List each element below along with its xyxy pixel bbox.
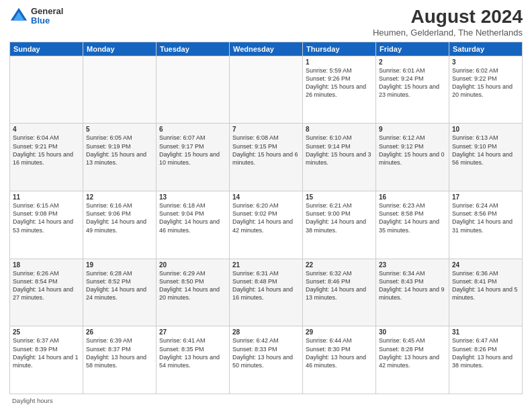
sunset-text: Sunset: 9:14 PM [306, 143, 351, 150]
day-number: 18 [13, 261, 80, 269]
calendar-cell: 17Sunrise: 6:24 AMSunset: 8:56 PMDayligh… [449, 191, 523, 259]
day-number: 12 [86, 193, 153, 201]
header: General Blue August 2024 Heumen, Gelderl… [9, 7, 523, 38]
cell-content: Sunrise: 5:59 AMSunset: 9:26 PMDaylight:… [306, 66, 373, 99]
day-number: 1 [306, 58, 373, 66]
title-block: August 2024 Heumen, Gelderland, The Neth… [373, 7, 523, 38]
daylight-text: Daylight: 14 hours and 35 minutes. [379, 218, 439, 233]
day-number: 13 [159, 193, 226, 201]
cell-content: Sunrise: 6:39 AMSunset: 8:37 PMDaylight:… [86, 336, 153, 369]
cell-content: Sunrise: 6:21 AMSunset: 9:00 PMDaylight:… [306, 201, 373, 234]
daylight-text: Daylight: 14 hours and 20 minutes. [159, 286, 220, 301]
daylight-text: Daylight: 13 hours and 54 minutes. [159, 354, 220, 369]
cell-content: Sunrise: 6:36 AMSunset: 8:41 PMDaylight:… [452, 269, 519, 302]
cell-content: Sunrise: 6:47 AMSunset: 8:26 PMDaylight:… [452, 336, 519, 369]
sunset-text: Sunset: 9:08 PM [13, 210, 58, 217]
sunset-text: Sunset: 8:54 PM [13, 278, 58, 285]
calendar-cell: 30Sunrise: 6:45 AMSunset: 8:28 PMDayligh… [376, 326, 449, 394]
sunset-text: Sunset: 9:12 PM [379, 143, 424, 150]
sunset-text: Sunset: 8:39 PM [13, 346, 58, 353]
sunrise-text: Sunrise: 6:26 AM [13, 270, 59, 277]
calendar-cell: 27Sunrise: 6:41 AMSunset: 8:35 PMDayligh… [157, 326, 230, 394]
day-header-saturday: Saturday [449, 42, 523, 56]
daylight-text: Daylight: 13 hours and 58 minutes. [86, 354, 146, 369]
sunrise-text: Sunrise: 6:36 AM [452, 270, 498, 277]
daylight-text: Daylight: 14 hours and 1 minute. [13, 354, 79, 369]
calendar-cell: 26Sunrise: 6:39 AMSunset: 8:37 PMDayligh… [83, 326, 157, 394]
sunrise-text: Sunrise: 6:47 AM [452, 337, 498, 344]
cell-content: Sunrise: 6:15 AMSunset: 9:08 PMDaylight:… [13, 201, 80, 234]
calendar-cell [10, 56, 83, 124]
sunset-text: Sunset: 8:50 PM [159, 278, 204, 285]
day-header-friday: Friday [376, 42, 449, 56]
logo: General Blue [9, 7, 63, 26]
calendar-cell: 2Sunrise: 6:01 AMSunset: 9:24 PMDaylight… [376, 56, 449, 124]
cell-content: Sunrise: 6:13 AMSunset: 9:10 PMDaylight:… [452, 134, 519, 167]
calendar-cell: 14Sunrise: 6:20 AMSunset: 9:02 PMDayligh… [230, 191, 303, 259]
calendar-cell: 23Sunrise: 6:34 AMSunset: 8:43 PMDayligh… [376, 259, 449, 326]
sunset-text: Sunset: 8:41 PM [452, 278, 497, 285]
calendar-cell: 12Sunrise: 6:16 AMSunset: 9:06 PMDayligh… [83, 191, 157, 259]
calendar-table: SundayMondayTuesdayWednesdayThursdayFrid… [9, 42, 523, 394]
cell-content: Sunrise: 6:12 AMSunset: 9:12 PMDaylight:… [379, 134, 446, 167]
sunset-text: Sunset: 8:33 PM [232, 346, 277, 353]
calendar-cell: 29Sunrise: 6:44 AMSunset: 8:30 PMDayligh… [303, 326, 376, 394]
sunrise-text: Sunrise: 6:39 AM [86, 337, 132, 344]
day-number: 4 [13, 126, 80, 133]
calendar-cell: 6Sunrise: 6:07 AMSunset: 9:17 PMDaylight… [157, 124, 230, 191]
daylight-text: Daylight: 14 hours and 46 minutes. [159, 218, 220, 233]
day-header-wednesday: Wednesday [230, 42, 303, 56]
sunset-text: Sunset: 9:15 PM [232, 143, 277, 150]
day-number: 28 [232, 328, 300, 336]
daylight-text: Daylight: 14 hours and 5 minutes. [452, 286, 518, 301]
sunrise-text: Sunrise: 6:08 AM [232, 134, 279, 141]
cell-content: Sunrise: 6:34 AMSunset: 8:43 PMDaylight:… [379, 269, 446, 302]
sunrise-text: Sunrise: 6:41 AM [159, 337, 206, 344]
logo-icon [9, 7, 28, 26]
cell-content: Sunrise: 6:37 AMSunset: 8:39 PMDaylight:… [13, 336, 80, 369]
sunset-text: Sunset: 9:24 PM [379, 75, 424, 82]
sunrise-text: Sunrise: 6:05 AM [86, 134, 132, 141]
cell-content: Sunrise: 6:01 AMSunset: 9:24 PMDaylight:… [379, 66, 446, 99]
sunrise-text: Sunrise: 6:24 AM [452, 202, 498, 209]
daylight-text: Daylight: 15 hours and 26 minutes. [306, 83, 366, 98]
sunset-text: Sunset: 8:35 PM [159, 346, 204, 353]
calendar-cell: 10Sunrise: 6:13 AMSunset: 9:10 PMDayligh… [449, 124, 523, 191]
sunset-text: Sunset: 8:28 PM [379, 346, 424, 353]
daylight-text: Daylight: 15 hours and 0 minutes. [379, 151, 445, 166]
logo-general: General [31, 6, 63, 16]
cell-content: Sunrise: 6:26 AMSunset: 8:54 PMDaylight:… [13, 269, 80, 302]
daylight-text: Daylight: 13 hours and 42 minutes. [379, 354, 439, 369]
daylight-text: Daylight: 15 hours and 13 minutes. [86, 151, 146, 166]
calendar-cell: 19Sunrise: 6:28 AMSunset: 8:52 PMDayligh… [83, 259, 157, 326]
daylight-text: Daylight: 15 hours and 6 minutes. [232, 151, 298, 166]
sunrise-text: Sunrise: 6:31 AM [232, 270, 279, 277]
cell-content: Sunrise: 6:18 AMSunset: 9:04 PMDaylight:… [159, 201, 226, 234]
day-number: 16 [379, 193, 446, 201]
day-number: 7 [232, 126, 300, 133]
sunrise-text: Sunrise: 6:07 AM [159, 134, 206, 141]
daylight-text: Daylight: 14 hours and 31 minutes. [452, 218, 513, 233]
sunset-text: Sunset: 8:46 PM [306, 278, 351, 285]
day-number: 22 [306, 261, 373, 269]
cell-content: Sunrise: 6:16 AMSunset: 9:06 PMDaylight:… [86, 201, 153, 234]
sunset-text: Sunset: 9:19 PM [86, 143, 131, 150]
daylight-text: Daylight: 15 hours and 23 minutes. [379, 83, 439, 98]
sunset-text: Sunset: 9:00 PM [306, 210, 351, 217]
sunset-text: Sunset: 8:30 PM [306, 346, 351, 353]
week-row-4: 18Sunrise: 6:26 AMSunset: 8:54 PMDayligh… [10, 259, 523, 326]
day-number: 23 [379, 261, 446, 269]
day-number: 24 [452, 261, 519, 269]
sunrise-text: Sunrise: 6:23 AM [379, 202, 425, 209]
calendar-cell: 18Sunrise: 6:26 AMSunset: 8:54 PMDayligh… [10, 259, 83, 326]
calendar-cell: 24Sunrise: 6:36 AMSunset: 8:41 PMDayligh… [449, 259, 523, 326]
sunrise-text: Sunrise: 5:59 AM [306, 67, 352, 74]
footer-note: Daylight hours [9, 397, 523, 404]
logo-text: General Blue [31, 7, 63, 26]
daylight-text: Daylight: 14 hours and 16 minutes. [232, 286, 293, 301]
sunset-text: Sunset: 8:52 PM [86, 278, 131, 285]
sunset-text: Sunset: 8:58 PM [379, 210, 424, 217]
day-number: 25 [13, 328, 80, 336]
header-row: SundayMondayTuesdayWednesdayThursdayFrid… [10, 42, 523, 56]
sunrise-text: Sunrise: 6:10 AM [306, 134, 352, 141]
